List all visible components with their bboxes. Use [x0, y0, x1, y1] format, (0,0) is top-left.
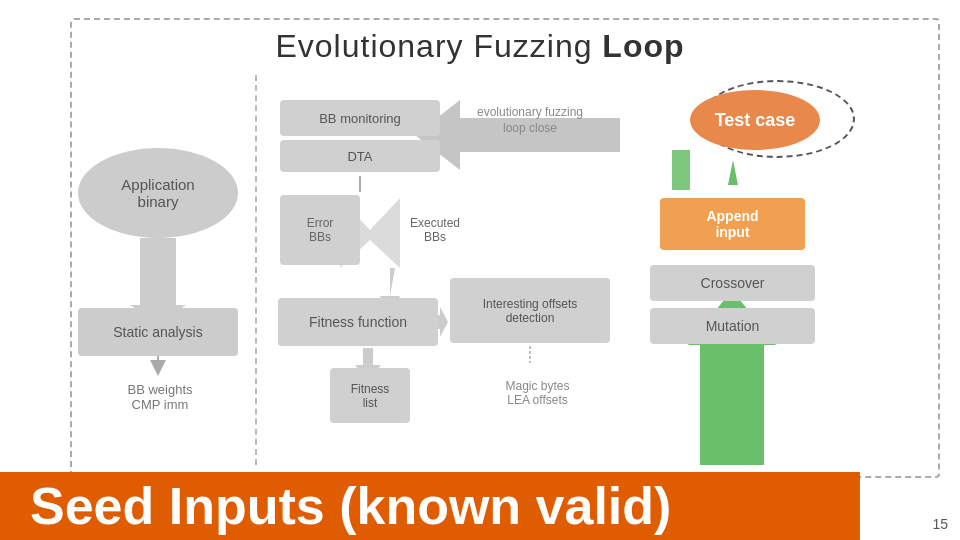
test-case: Test case	[690, 90, 820, 150]
seed-banner-text: Seed Inputs (known valid)	[30, 476, 671, 536]
append-input: Append input	[660, 198, 805, 250]
bb-monitoring: BB monitoring	[280, 100, 440, 136]
app-binary: Application binary	[78, 148, 238, 238]
error-bbs: Error BBs	[280, 195, 360, 265]
interesting-offsets: Interesting offsets detection	[450, 278, 610, 343]
vertical-separator	[255, 75, 257, 465]
mutation-box: Mutation	[650, 308, 815, 344]
crossover-box: Crossover	[650, 265, 815, 301]
fitness-function: Fitness function	[278, 298, 438, 346]
dta-box: DTA	[280, 140, 440, 172]
magic-bytes: Magic bytes LEA offsets	[460, 365, 615, 420]
static-analysis-box: Static analysis	[78, 308, 238, 356]
fitness-list: Fitness list	[330, 368, 410, 423]
evo-loop-text: evolutionary fuzzing loop close	[460, 105, 600, 136]
slide: Evolutionary Fuzzing Loop	[0, 0, 960, 540]
executed-bbs: Executed BBs	[390, 195, 480, 265]
bb-weights: BB weights CMP imm	[90, 372, 230, 422]
seed-banner: Seed Inputs (known valid)	[0, 472, 860, 540]
page-number: 15	[932, 516, 948, 532]
